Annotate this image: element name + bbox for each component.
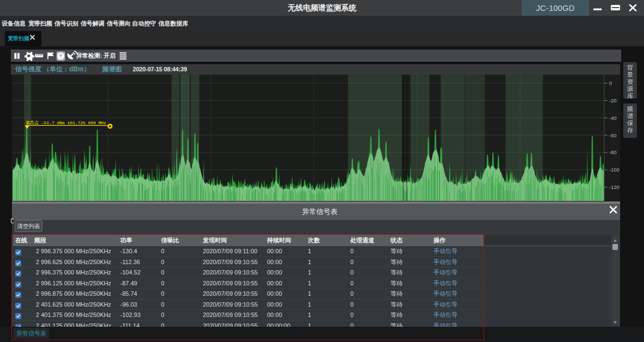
svg-text:-20: -20 bbox=[609, 97, 617, 103]
svg-text:-120: -120 bbox=[609, 184, 620, 190]
svg-text:-80: -80 bbox=[609, 149, 617, 155]
svg-text:-60: -60 bbox=[609, 132, 617, 138]
svg-text:-100: -100 bbox=[609, 167, 620, 173]
svg-text:最高点 -51.7 dBm 101.725 000 MHz: 最高点 -51.7 dBm 101.725 000 MHz bbox=[26, 120, 106, 125]
svg-text:-40: -40 bbox=[609, 115, 617, 121]
svg-text:0: 0 bbox=[609, 80, 612, 86]
